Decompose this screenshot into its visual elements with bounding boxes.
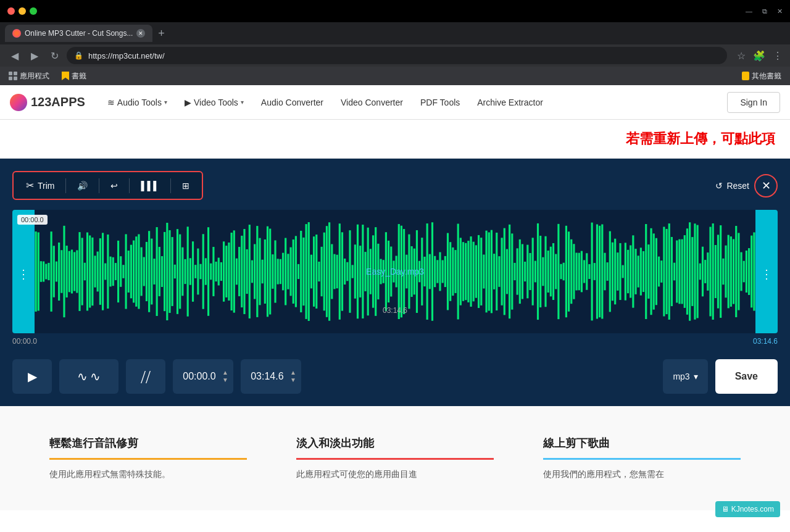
title-bar: — ⧉ ✕ [0,0,790,22]
time-marker: 03:14.6 [383,306,407,315]
time-label-start: 00:00.0 [12,337,37,346]
reset-label: Reset [726,181,749,191]
waveform-canvas[interactable] [35,210,755,333]
nav-audio-tools[interactable]: ≋ Audio Tools ▾ [100,93,175,112]
toolbar-left: ✂ Trim 🔊 ↩ ▌▌▌ ⊞ [12,171,203,200]
upload-hint-bar: 若需重新上傳，可點此項 [0,120,790,159]
svg-text:⋮: ⋮ [761,267,772,281]
reset-icon: ↺ [715,181,723,191]
tab-close-button[interactable]: ✕ [136,29,145,38]
end-time-value: 03:14.6 [246,371,289,382]
feature-fade: 淡入和淡出功能 此應用程式可使您的應用曲目進 [296,436,494,481]
tab-bar: Online MP3 Cutter - Cut Songs... ✕ + [0,22,790,44]
nav-video-tools-label: Video Tools [194,98,238,107]
nav-archive-extractor[interactable]: Archive Extractor [470,93,551,112]
features-section: 輕鬆進行音訊修剪 使用此應用程式無需特殊技能。 淡入和淡出功能 此應用程式可使您… [0,406,790,510]
waveform-container: 00:00.0 Easy_Day.mp3 ⋮ ⋮ [12,210,778,333]
fade-in-icon: ∿ [77,369,88,384]
browser-tab[interactable]: Online MP3 Cutter - Cut Songs... ✕ [5,25,152,42]
maximize-traffic-light[interactable] [30,7,37,15]
fade-button[interactable]: ∿ ∿ [59,359,118,394]
other-bookmarks[interactable]: 其他書籤 [738,70,785,83]
refresh-button[interactable]: ↻ [47,48,62,63]
feature-trim-title: 輕鬆進行音訊修剪 [49,436,247,451]
trim-button[interactable]: ✂ Trim [20,176,60,195]
watermark: 🖥 KJnotes.com [715,501,780,510]
bookmarks-bookmark[interactable]: 書籤 [58,70,90,83]
divider-2 [99,178,99,193]
tab-title: Online MP3 Cutter - Cut Songs... [25,29,133,38]
new-tab-button[interactable]: + [152,25,170,42]
feature-trim-desc: 使用此應用程式無需特殊技能。 [49,467,247,481]
traffic-lights [7,7,37,15]
video-tools-chevron: ▾ [241,99,244,106]
back-button[interactable]: ◀ [7,48,22,63]
nav-items: ≋ Audio Tools ▾ ▶ Video Tools ▾ Audio Co… [100,93,728,112]
start-time-down[interactable]: ▼ [222,377,228,383]
forward-button[interactable]: ▶ [27,48,42,63]
toolbar: ✂ Trim 🔊 ↩ ▌▌▌ ⊞ ↺ Reset [12,171,778,200]
save-button[interactable]: Save [715,359,778,394]
start-time-input-group[interactable]: 00:00.0 ▲ ▼ [173,359,233,394]
star-icon[interactable]: ☆ [737,50,746,62]
equalizer-button[interactable]: ⊞ [176,177,196,194]
split-icon: ⧸⧸ [141,370,151,384]
logo[interactable]: 123APPS [10,94,85,111]
start-time-up[interactable]: ▲ [222,370,228,376]
nav-video-tools[interactable]: ▶ Video Tools ▾ [177,93,251,112]
apps-bookmark[interactable]: 應用程式 [5,70,53,83]
close-traffic-light[interactable] [7,7,15,15]
format-chevron: ▾ [694,372,698,381]
scissors-icon: ✂ [26,180,34,191]
volume-icon: 🔊 [77,181,88,191]
volume-button[interactable]: 🔊 [71,177,94,194]
end-time-input-group[interactable]: 03:14.6 ▲ ▼ [241,359,301,394]
waveform-button[interactable]: ▌▌▌ [135,177,165,194]
minimize-traffic-light[interactable] [19,7,26,15]
start-time-stepper[interactable]: ▲ ▼ [222,370,228,383]
nav-pdf-tools[interactable]: PDF Tools [413,93,467,112]
main-nav: 123APPS ≋ Audio Tools ▾ ▶ Video Tools ▾ … [0,85,790,120]
format-button[interactable]: mp3 ▾ [663,359,707,394]
nav-audio-tools-label: Audio Tools [117,98,162,107]
split-button[interactable]: ⧸⧸ [126,359,165,394]
extensions-icon[interactable]: 🧩 [753,50,765,62]
feature-trim-underline [49,458,247,460]
address-bar: ◀ ▶ ↻ 🔒 https://mp3cut.net/tw/ ☆ 🧩 ⋮ [0,44,790,67]
nav-audio-converter-label: Audio Converter [261,98,323,107]
nav-audio-converter[interactable]: Audio Converter [254,93,331,112]
format-label: mp3 [673,372,689,381]
end-time-stepper[interactable]: ▲ ▼ [290,370,296,383]
close-editor-button[interactable]: ✕ [754,174,778,197]
url-bar[interactable]: 🔒 https://mp3cut.net/tw/ [67,47,727,64]
loop-icon: ↩ [110,181,118,191]
trim-label: Trim [38,181,54,191]
fade-out-icon: ∿ [90,369,101,384]
feature-fade-underline [296,458,494,460]
logo-icon [10,94,27,111]
sign-in-button[interactable]: Sign In [727,92,780,113]
divider-3 [129,178,130,193]
reset-button[interactable]: ↺ Reset [715,181,749,191]
feature-online-desc: 使用我們的應用程式，您無需在 [543,467,741,481]
lock-icon: 🔒 [74,51,83,60]
editor-area: ✂ Trim 🔊 ↩ ▌▌▌ ⊞ ↺ Reset [0,159,790,406]
waveform-icon: ▌▌▌ [141,181,159,191]
menu-icon[interactable]: ⋮ [773,50,783,62]
feature-online: 線上剪下歌曲 使用我們的應用程式，您無需在 [543,436,741,481]
nav-video-converter-label: Video Converter [341,98,403,107]
svg-text:⋮: ⋮ [18,267,29,281]
equalizer-icon: ⊞ [182,181,189,191]
other-bookmarks-label: 其他書籤 [752,71,781,81]
loop-button[interactable]: ↩ [104,177,124,194]
play-button[interactable]: ▶ [12,359,52,394]
feature-fade-title: 淡入和淡出功能 [296,436,494,451]
end-time-up[interactable]: ▲ [290,370,296,376]
upload-hint-text[interactable]: 若需重新上傳，可點此項 [626,131,775,146]
window-controls: — ⧉ ✕ [746,7,783,15]
nav-video-converter[interactable]: Video Converter [333,93,410,112]
end-time-down[interactable]: ▼ [290,377,296,383]
time-label-end: 03:14.6 [753,337,778,346]
feature-fade-desc: 此應用程式可使您的應用曲目進 [296,467,494,481]
toolbar-right: ↺ Reset ✕ [715,174,778,197]
